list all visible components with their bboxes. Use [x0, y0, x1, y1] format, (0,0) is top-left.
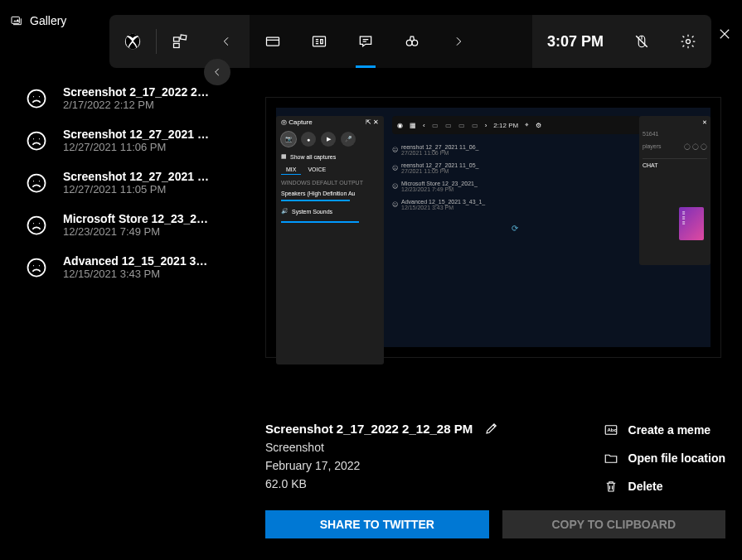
svg-text:Abc: Abc — [607, 427, 617, 432]
create-meme-button[interactable]: Abc Create a meme — [604, 422, 725, 437]
svg-rect-3 — [181, 35, 187, 40]
mouse-button[interactable] — [618, 15, 665, 68]
item-date: 12/27/2021 11:05 PM — [63, 183, 232, 196]
svg-point-15 — [33, 138, 34, 139]
svg-point-20 — [28, 216, 46, 234]
svg-rect-4 — [174, 44, 180, 48]
clock: 3:07 PM — [532, 33, 618, 51]
chevron-left-icon — [220, 35, 233, 48]
list-item[interactable]: Advanced 12_15_2021 3_43_1...12/15/2021 … — [0, 246, 249, 288]
svg-point-16 — [39, 138, 40, 139]
item-title: Microsoft Store 12_23_2021... — [63, 212, 212, 225]
sad-face-icon — [25, 214, 48, 237]
svg-point-14 — [28, 132, 46, 149]
list-item[interactable]: Screenshot 12_27_2021 11_05...12/27/2021… — [0, 162, 249, 204]
capture-size: 62.0 KB — [265, 477, 499, 490]
capture-tab[interactable] — [250, 15, 296, 68]
svg-point-7 — [406, 40, 412, 46]
item-title: Advanced 12_15_2021 3_43_1... — [63, 254, 212, 268]
gallery-icon — [10, 14, 23, 27]
mouse-icon — [634, 34, 649, 49]
svg-point-21 — [33, 223, 34, 224]
item-date: 12/23/2021 7:49 PM — [63, 225, 232, 238]
svg-point-24 — [33, 265, 34, 266]
list-item[interactable]: Screenshot 12_27_2021 11_06...12/27/2021… — [0, 119, 249, 162]
preview-gamebar: ◉▦‹▭▭▭▭› 2:12 PM⌖⚙ — [392, 116, 641, 134]
widgets-icon — [172, 33, 188, 50]
capture-type: Screenshot — [265, 441, 499, 454]
meme-icon: Abc — [604, 422, 618, 437]
chevron-left-icon — [211, 66, 223, 78]
svg-point-13 — [39, 96, 40, 97]
svg-rect-6 — [313, 36, 326, 46]
item-title: Screenshot 12_27_2021 11_06... — [63, 128, 212, 141]
svg-point-17 — [28, 174, 46, 191]
widgets-button[interactable] — [157, 15, 203, 68]
item-title: Screenshot 12_27_2021 11_05... — [63, 170, 212, 183]
svg-point-10 — [686, 40, 691, 44]
copy-clipboard-button[interactable]: COPY TO CLIPBOARD — [502, 510, 726, 538]
capture-list: Screenshot 2_17_2022 2_12_...2/17/2022 2… — [0, 70, 249, 560]
svg-point-22 — [39, 223, 40, 224]
item-title: Screenshot 2_17_2022 2_12_... — [63, 85, 212, 99]
svg-rect-5 — [267, 37, 279, 46]
folder-icon — [604, 451, 618, 466]
performance-tab[interactable] — [389, 15, 435, 68]
svg-rect-2 — [174, 37, 180, 41]
close-button[interactable] — [717, 27, 732, 45]
open-location-button[interactable]: Open file location — [604, 451, 725, 466]
news-icon — [311, 33, 327, 50]
item-date: 12/27/2021 11:06 PM — [63, 141, 232, 153]
capture-date: February 17, 2022 — [265, 459, 499, 472]
svg-point-11 — [28, 89, 46, 107]
audio-tab[interactable] — [296, 15, 342, 68]
gear-icon — [680, 33, 696, 50]
next-button[interactable] — [435, 15, 482, 68]
svg-point-23 — [28, 258, 46, 276]
item-date: 12/15/2021 3:43 PM — [63, 268, 232, 280]
sad-face-icon — [25, 256, 48, 279]
sad-face-icon — [25, 171, 48, 195]
screenshot-preview[interactable]: ◉▦‹▭▭▭▭› 2:12 PM⌖⚙ ◎ Capture⇱ ✕ 📷●▶🎤 ▦Sh… — [265, 97, 721, 358]
item-date: 2/17/2022 2:12 PM — [63, 99, 232, 111]
gallery-title: Gallery — [30, 14, 66, 27]
binoculars-icon — [404, 33, 420, 50]
svg-point-18 — [33, 181, 34, 181]
edit-icon[interactable] — [484, 421, 499, 436]
delete-button[interactable]: Delete — [604, 479, 725, 494]
xbox-icon — [124, 32, 142, 51]
svg-point-25 — [39, 265, 40, 266]
collapse-button[interactable] — [204, 59, 230, 85]
xbox-social-tab[interactable] — [342, 15, 389, 68]
capture-icon — [264, 33, 281, 50]
close-icon — [717, 27, 732, 41]
capture-title: Screenshot 2_17_2022 2_12_28 PM — [265, 422, 473, 436]
chat-icon — [357, 33, 374, 50]
xbox-button[interactable] — [109, 15, 156, 68]
sad-face-icon — [25, 87, 48, 110]
settings-button[interactable] — [665, 15, 711, 68]
share-twitter-button[interactable]: SHARE TO TWITTER — [265, 510, 489, 538]
game-bar: 3:07 PM — [109, 15, 711, 68]
chevron-right-icon — [452, 35, 465, 48]
svg-point-8 — [412, 40, 418, 46]
svg-point-12 — [33, 96, 34, 97]
list-item[interactable]: Microsoft Store 12_23_2021...12/23/2021 … — [0, 204, 249, 246]
svg-point-19 — [39, 181, 40, 181]
sad-face-icon — [25, 129, 48, 152]
gallery-header: Gallery — [10, 14, 66, 27]
trash-icon — [604, 479, 618, 494]
